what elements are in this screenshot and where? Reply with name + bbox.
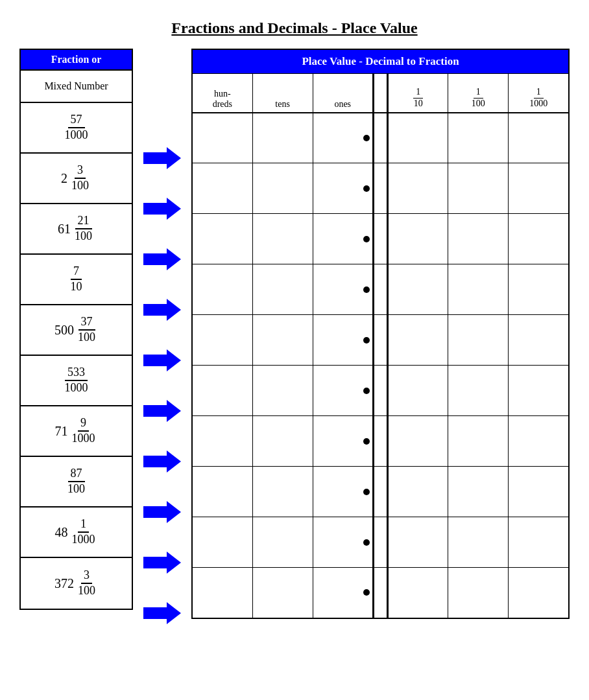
fraction-cell-7: 71 9 1000 [21,406,132,457]
decimal-dot-6 [363,388,370,394]
table-row [192,264,569,315]
cell-decimal-6 [373,366,387,416]
col-header-tenth: 1 10 [388,74,448,113]
fraction-1: 57 1000 [62,113,91,142]
fraction-2: 2 3 100 [61,163,91,192]
fraction-cell-10: 372 3 100 [21,558,132,609]
cell-ones-9 [313,517,373,568]
cell-thousandth-3 [509,214,569,264]
cell-hundredth-7 [448,416,509,467]
arrow-4 [133,285,191,335]
cell-ones-10 [313,568,373,618]
cell-hundreds-2 [192,163,252,214]
cell-thousandth-9 [509,517,569,568]
table-row [192,416,569,467]
fraction-6: 533 1000 [62,366,91,395]
fraction-3: 61 21 100 [58,214,95,243]
cell-tenth-3 [388,214,448,264]
cell-tenth-5 [388,315,448,366]
cell-tens-6 [252,366,313,416]
cell-decimal-2 [373,163,387,214]
decimal-dot-4 [363,286,370,293]
pv-col-header-row: hun-dreds tens ones 1 10 1 [192,74,569,113]
cell-tens-5 [252,315,313,366]
cell-tenth-8 [388,467,448,517]
decimal-dot-2 [363,185,370,192]
cell-hundreds-7 [192,416,252,467]
decimal-dot-10 [363,589,370,596]
decimal-dot-3 [363,236,370,242]
cell-thousandth-4 [509,264,569,315]
cell-hundredth-5 [448,315,509,366]
cell-ones-2 [313,163,373,214]
fraction-8: 87 100 [65,467,88,496]
arrow-1 [133,133,191,183]
table-row [192,163,569,214]
cell-decimal-9 [373,517,387,568]
fraction-cell-9: 48 1 1000 [21,508,132,558]
arrow-7 [133,436,191,487]
cell-hundreds-9 [192,517,252,568]
cell-decimal-3 [373,214,387,264]
col-header-hundreds: hun-dreds [192,74,252,113]
cell-thousandth-5 [509,315,569,366]
fraction-cell-2: 2 3 100 [21,154,132,204]
cell-hundreds-8 [192,467,252,517]
col-header-hundredth: 1 100 [448,74,509,113]
cell-ones-5 [313,315,373,366]
fraction-9: 48 1 1000 [55,517,98,546]
cell-ones-7 [313,416,373,467]
fraction-7: 71 9 1000 [55,416,98,445]
table-row [192,467,569,517]
col-header-tens: tens [252,74,313,113]
cell-hundreds-5 [192,315,252,366]
decimal-dot-7 [363,438,370,445]
cell-ones-6 [313,366,373,416]
cell-decimal-10 [373,568,387,618]
page-title: Fractions and Decimals - Place Value [19,19,570,37]
pv-main-header: Place Value - Decimal to Fraction [192,49,569,74]
cell-hundreds-6 [192,366,252,416]
cell-decimal-5 [373,315,387,366]
decimal-dot-1 [363,135,370,141]
cell-tens-4 [252,264,313,315]
cell-ones-4 [313,264,373,315]
decimal-dot-5 [363,337,370,344]
fraction-10: 372 3 100 [54,568,98,598]
fraction-header: Fraction or [21,50,132,71]
table-row [192,517,569,568]
cell-tens-9 [252,517,313,568]
table-row [192,315,569,366]
fraction-cell-6: 533 1000 [21,356,132,406]
cell-ones-8 [313,467,373,517]
fraction-cell-8: 87 100 [21,457,132,508]
fraction-cell-5: 500 37 100 [21,305,132,356]
cell-decimal-7 [373,416,387,467]
fraction-subheader: Mixed Number [21,71,132,103]
arrow-9 [133,537,191,588]
cell-thousandth-10 [509,568,569,618]
fraction-cell-4: 7 10 [21,255,132,305]
table-row [192,568,569,618]
cell-hundredth-8 [448,467,509,517]
cell-decimal-4 [373,264,387,315]
cell-hundreds-10 [192,568,252,618]
table-row [192,113,569,163]
cell-tenth-6 [388,366,448,416]
fraction-cell-1: 57 1000 [21,103,132,154]
cell-hundreds-1 [192,113,252,163]
fraction-cell-3: 61 21 100 [21,204,132,255]
cell-hundredth-3 [448,214,509,264]
cell-hundredth-9 [448,517,509,568]
arrow-8 [133,487,191,537]
col-header-ones: ones [313,74,373,113]
decimal-dot-8 [363,489,370,495]
cell-thousandth-8 [509,467,569,517]
cell-hundredth-2 [448,163,509,214]
cell-tens-3 [252,214,313,264]
col-header-thousandth: 1 1000 [509,74,569,113]
arrow-2 [133,183,191,234]
cell-thousandth-7 [509,416,569,467]
cell-ones-1 [313,113,373,163]
cell-thousandth-1 [509,113,569,163]
